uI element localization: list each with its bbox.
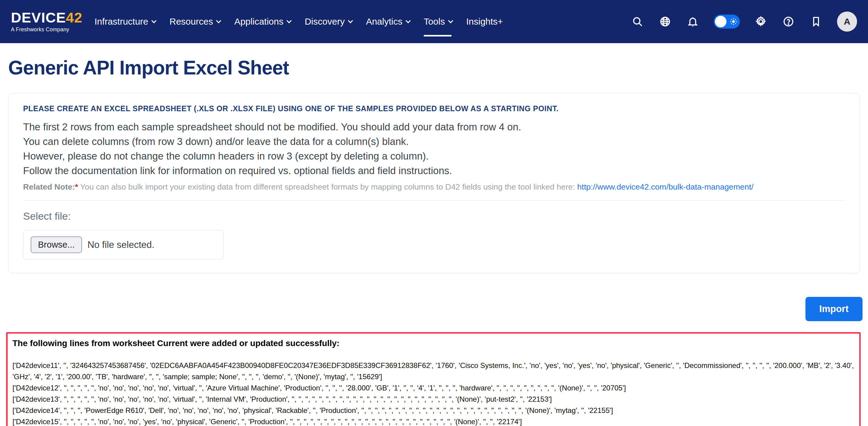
result-line: ['D42device11', '', '324643257453687456'… [12,360,854,382]
menu-item-label: Analytics [366,17,402,27]
instruction-line: Follow the documentation link for inform… [23,163,845,178]
chevron-down-icon [151,18,156,23]
divider [23,200,845,201]
instruction-line: The first 2 rows from each sample spread… [23,120,845,134]
import-instructions-card: PLEASE CREATE AN EXCEL SPREADSHEET (.XLS… [8,93,860,273]
bulk-data-management-link[interactable]: http://www.device42.com/bulk-data-manage… [577,182,753,191]
nav-icon-bar: A [631,11,857,32]
bell-icon[interactable] [686,15,700,28]
main-content: Generic API Import Excel Sheet PLEASE CR… [0,57,868,426]
menu-item-label: Insights+ [466,17,503,27]
avatar[interactable]: A [837,11,857,32]
result-line: ['D42device14', '', '', '', 'PowerEdge R… [12,405,854,416]
related-note: Related Note:* You can also bulk import … [23,182,845,192]
result-lines: ['D42device11', '', '324643257453687456'… [12,360,854,426]
top-nav: DEVICE42 A Freshworks Company Infrastruc… [0,0,868,43]
menu-item[interactable]: Resources [169,13,220,30]
menu-item-label: Resources [169,17,213,27]
import-button[interactable]: Import [805,297,863,321]
instruction-line: However, please do not change the column… [23,149,845,163]
page-title: Generic API Import Excel Sheet [8,57,860,79]
chevron-down-icon [216,18,221,23]
chevron-down-icon [448,18,453,23]
chevron-down-icon [287,18,292,23]
bookmark-icon[interactable] [809,15,823,28]
result-line: ['D42device13', '', '', '', '', '', 'no'… [12,394,854,405]
instructions-heading: PLEASE CREATE AN EXCEL SPREADSHEET (.XLS… [23,104,845,113]
logo-wordmark: DEVICE42 [11,10,82,25]
menu-item[interactable]: Discovery [305,13,351,30]
gear-icon[interactable] [754,15,768,28]
chevron-down-icon [348,18,353,23]
search-icon[interactable] [631,15,644,28]
results-heading: The following lines from worksheet Curre… [12,338,854,348]
menu-item[interactable]: Insights+ [466,13,503,30]
menu-item[interactable]: Analytics [366,13,409,30]
file-input[interactable]: Browse... No file selected. [23,230,223,260]
menu-item-label: Applications [234,17,283,27]
import-results-box: The following lines from worksheet Curre… [6,332,861,426]
chevron-down-icon [405,18,411,23]
sun-icon [730,18,737,25]
select-file-label: Select file: [23,210,845,222]
browse-button[interactable]: Browse... [31,236,82,253]
instruction-lines: The first 2 rows from each sample spread… [23,120,845,178]
menu-item[interactable]: Infrastructure [94,13,155,30]
globe-icon[interactable] [658,15,672,28]
related-note-label: Related Note: [23,182,75,191]
logo-tagline: A Freshworks Company [11,26,82,33]
menu-item-label: Discovery [305,17,345,27]
no-file-selected-text: No file selected. [88,239,155,250]
device42-logo[interactable]: DEVICE42 A Freshworks Company [11,10,82,33]
required-asterisk: * [75,182,78,191]
menu-item-label: Tools [424,17,445,27]
related-note-text: You can also bulk import your existing d… [78,182,577,191]
menu-item[interactable]: Applications [234,13,290,30]
toggle-knob [715,16,726,27]
result-line: ['D42device15', '', '', '', '', '', 'no'… [12,416,854,426]
menu-item-label: Infrastructure [94,17,148,27]
menu-item[interactable]: Tools [424,13,452,30]
result-line: ['D42device12', '', '', '', '', '', 'no'… [12,382,854,394]
theme-toggle[interactable] [714,14,740,29]
import-button-row: Import [0,297,863,321]
instruction-line: You can delete columns (from row 3 down)… [23,134,845,149]
logo-42: 42 [66,9,82,26]
main-menu: Infrastructure Resources Applications Di… [94,13,503,30]
help-icon[interactable] [782,15,795,28]
